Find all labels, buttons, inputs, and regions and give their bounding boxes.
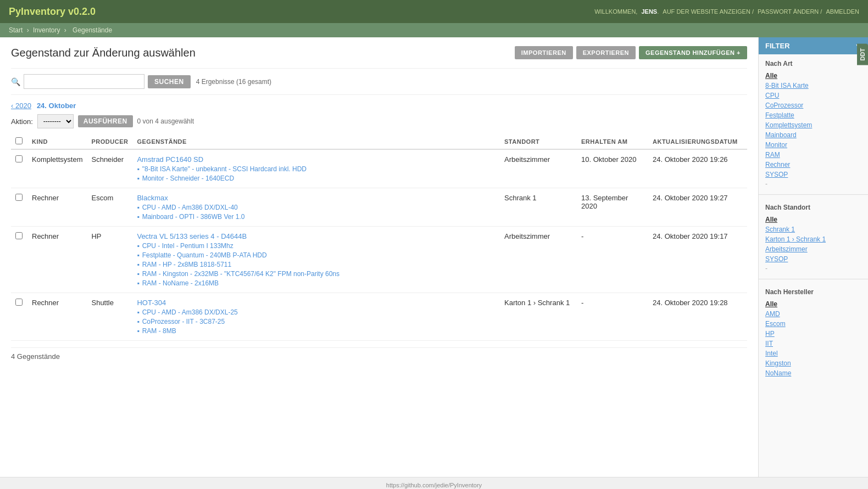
footer-url[interactable]: https://github.com/jedie/PyInventory [386, 482, 482, 488]
search-button[interactable]: Suchen [148, 75, 191, 88]
select-all-checkbox[interactable] [15, 137, 23, 144]
cell-producer: Shuttle [87, 293, 132, 341]
cell-aktualisierung: 24. Oktober 2020 19:28 [648, 293, 747, 341]
cell-aktualisierung: 24. Oktober 2020 19:27 [648, 188, 747, 227]
row-checkbox[interactable] [15, 299, 23, 306]
password-link[interactable]: PASSWORT ÄNDERN [758, 8, 819, 15]
filter-item[interactable]: HP [765, 329, 861, 339]
sub-item-link[interactable]: RAM - Kingston - 2x32MB - "KTC4567/64 K2… [142, 270, 340, 278]
cell-erhalten: 10. Oktober 2020 [577, 149, 648, 188]
sub-item: Monitor - Schneider - 1640ECD [137, 175, 496, 182]
header-buttons: IMPORTIEREN EXPORTIEREN GEGENSTAND HINZU… [515, 46, 747, 59]
sub-item: CPU - AMD - Am386 DX/DXL-25 [137, 308, 496, 316]
sub-item: CPU - Intel - Pentium I 133Mhz [137, 242, 496, 250]
item-main-link[interactable]: Amstrad PC1640 SD [137, 155, 203, 164]
sub-item-link[interactable]: RAM - 8MB [142, 327, 176, 335]
export-button[interactable]: EXPORTIEREN [576, 46, 636, 59]
filter-item[interactable]: Komplettsystem [765, 120, 861, 130]
filter-item[interactable]: Alle [765, 71, 861, 81]
filter-item[interactable]: Mainboard [765, 130, 861, 140]
search-results: 4 Ergebnisse (16 gesamt) [196, 78, 271, 86]
filter-item[interactable]: NoName [765, 368, 861, 378]
filter-item[interactable]: AMD [765, 309, 861, 319]
cell-standort: Schrank 1 [500, 188, 577, 227]
table-row: RechnerShuttleHOT-304CPU - AMD - Am386 D… [11, 293, 747, 341]
prev-year-link[interactable]: ‹ 2020 [11, 102, 31, 110]
add-button[interactable]: GEGENSTAND HINZUFÜGEN + [639, 46, 747, 59]
item-main-link[interactable]: Vectra VL 5/133 series 4 - D4644B [137, 232, 247, 240]
header-erhalten: ERHALTEN AM [577, 134, 648, 149]
filter-item[interactable]: Alle [765, 215, 861, 224]
filter-nach-art: Nach Art Alle8-Bit ISA KarteCPUCoProzess… [759, 54, 868, 191]
main-layout: Gegenstand zur Änderung auswählen IMPORT… [0, 37, 868, 477]
search-input[interactable] [24, 74, 144, 89]
filter-item[interactable]: CPU [765, 91, 861, 100]
row-checkbox[interactable] [15, 155, 23, 162]
website-link[interactable]: AUF DER WEBSITE ANZEIGEN [663, 8, 750, 15]
cell-standort: Arbeitszimmer [500, 227, 577, 293]
sub-item-link[interactable]: RAM - HP - 2x8MB 1818-5711 [142, 261, 232, 268]
filter-item[interactable]: SYSOP [765, 254, 861, 264]
filter-item[interactable]: Kingston [765, 358, 861, 368]
filter-nach-standort: Nach Standort AlleSchrank 1Karton 1 › Sc… [759, 198, 868, 276]
filter-item[interactable]: Karton 1 › Schrank 1 [765, 234, 861, 244]
current-date[interactable]: 24. Oktober [37, 102, 76, 110]
row-checkbox[interactable] [15, 232, 23, 239]
filter-item[interactable]: Festplatte [765, 110, 861, 120]
filter-item[interactable]: CoProzessor [765, 100, 861, 110]
search-icon: 🔍 [11, 77, 20, 86]
cell-standort: Karton 1 › Schrank 1 [500, 293, 577, 341]
header-standort: STANDORT [500, 134, 577, 149]
table-row: KomplettsystemSchneiderAmstrad PC1640 SD… [11, 149, 747, 188]
sub-item: RAM - Kingston - 2x32MB - "KTC4567/64 K2… [137, 270, 496, 278]
nach-standort-title: Nach Standort [765, 204, 861, 211]
filter-item[interactable]: Escom [765, 319, 861, 329]
row-checkbox[interactable] [15, 194, 23, 201]
breadcrumb-inventory[interactable]: Inventory [33, 26, 60, 34]
filter-item[interactable]: SYSOP [765, 170, 861, 179]
table-header-row: KIND PRODUCER GEGENSTÄNDE STANDORT ERHAL… [11, 134, 747, 149]
execute-button[interactable]: Ausführen [78, 115, 133, 127]
filter-item[interactable]: Monitor [765, 140, 861, 150]
cell-kind: Rechner [27, 293, 87, 341]
sub-item: "8-Bit ISA Karte" - unbekannt - SCSI Har… [137, 165, 496, 173]
filter-item[interactable]: Intel [765, 349, 861, 358]
sub-item-link[interactable]: "8-Bit ISA Karte" - unbekannt - SCSI Har… [142, 165, 307, 173]
filter-item[interactable]: Schrank 1 [765, 224, 861, 234]
sub-item-link[interactable]: CPU - AMD - Am386 DX/DXL-40 [142, 204, 238, 211]
filter-item[interactable]: 8-Bit ISA Karte [765, 81, 861, 91]
import-button[interactable]: IMPORTIEREN [515, 46, 573, 59]
filter-item[interactable]: IIT [765, 339, 861, 349]
sub-item-link[interactable]: Mainboard - OPTI - 386WB Ver 1.0 [142, 213, 245, 221]
side-tab[interactable]: DDT [857, 44, 868, 65]
welcome-text: WILLKOMMEN, [594, 8, 637, 15]
sub-item: RAM - 8MB [137, 327, 496, 335]
sub-item-link[interactable]: RAM - NoName - 2x16MB [142, 279, 219, 287]
cell-gegenstand: Vectra VL 5/133 series 4 - D4644BCPU - I… [132, 227, 500, 293]
sub-item: CoProzessor - IIT - 3C87-25 [137, 318, 496, 325]
sub-item-link[interactable]: Festplatte - Quantum - 240MB P-ATA HDD [142, 251, 267, 259]
filter-nach-hersteller: Nach Hersteller AlleAMDEscomHPIITIntelKi… [759, 283, 868, 381]
breadcrumb-start[interactable]: Start [9, 26, 23, 34]
sub-item: RAM - HP - 2x8MB 1818-5711 [137, 261, 496, 268]
filter-item[interactable]: Arbeitszimmer [765, 244, 861, 254]
item-main-link[interactable]: HOT-304 [137, 299, 166, 307]
sub-item-link[interactable]: Monitor - Schneider - 1640ECD [142, 175, 234, 182]
sub-item-link[interactable]: CPU - Intel - Pentium I 133Mhz [142, 242, 233, 250]
sub-item-link[interactable]: CPU - AMD - Am386 DX/DXL-25 [142, 308, 238, 316]
page-footer: https://github.com/jedie/PyInventory [0, 477, 868, 489]
cell-gegenstand: HOT-304CPU - AMD - Am386 DX/DXL-25CoProz… [132, 293, 500, 341]
filter-item[interactable]: Rechner [765, 160, 861, 170]
filter-item[interactable]: RAM [765, 150, 861, 160]
cell-standort: Arbeitszimmer [500, 149, 577, 188]
nach-hersteller-title: Nach Hersteller [765, 288, 861, 296]
cell-erhalten: - [577, 293, 648, 341]
cell-producer: HP [87, 227, 132, 293]
action-select[interactable]: -------- [37, 114, 74, 128]
footer-count: 4 Gegenstände [11, 347, 747, 361]
sub-item-link[interactable]: CoProzessor - IIT - 3C87-25 [142, 318, 225, 325]
sub-item: Festplatte - Quantum - 240MB P-ATA HDD [137, 251, 496, 259]
item-main-link[interactable]: Blackmax [137, 194, 168, 202]
filter-item[interactable]: Alle [765, 299, 861, 309]
logout-link[interactable]: ABMELDEN [826, 8, 859, 15]
